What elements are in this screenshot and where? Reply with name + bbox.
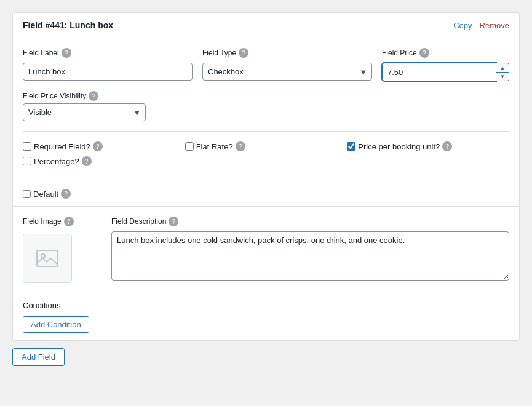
- field-label-label: Field Label ?: [23, 48, 193, 58]
- image-placeholder[interactable]: [23, 234, 72, 283]
- card-body: Field Label ? Field Type ? Checkbox Text: [13, 38, 519, 181]
- field-image-help-icon[interactable]: ?: [64, 217, 74, 226]
- add-condition-button[interactable]: Add Condition: [23, 316, 89, 333]
- field-description-help-icon[interactable]: ?: [169, 217, 178, 226]
- top-fields-row: Field Label ? Field Type ? Checkbox Text: [23, 48, 509, 81]
- percentage-checkbox[interactable]: [23, 157, 31, 165]
- field-card: Field #441: Lunch box Copy Remove Field …: [12, 12, 520, 341]
- field-price-group: Field Price ? ▲ ▼: [382, 48, 509, 81]
- field-description-textarea[interactable]: Lunch box includes one cold sandwich, pa…: [111, 231, 509, 281]
- image-icon: [35, 246, 60, 271]
- field-type-select[interactable]: Checkbox Text Textarea Select Radio Numb…: [202, 63, 372, 81]
- required-checkbox-group: Required Field? ?: [23, 141, 185, 151]
- default-row: Default ?: [13, 181, 519, 206]
- flat-rate-help-icon[interactable]: ?: [236, 141, 245, 151]
- svg-rect-0: [37, 250, 58, 266]
- field-image-group: Field Image ?: [23, 217, 97, 283]
- visibility-select-wrapper: Visible Hidden ▼: [23, 103, 146, 121]
- field-price-input[interactable]: [382, 63, 496, 81]
- header-actions: Copy Remove: [453, 21, 509, 30]
- page-wrapper: Field #441: Lunch box Copy Remove Field …: [12, 12, 520, 366]
- percentage-help-icon[interactable]: ?: [82, 156, 92, 166]
- field-label-help-icon[interactable]: ?: [62, 48, 71, 58]
- image-desc-section: Field Image ? Field Description: [13, 206, 519, 293]
- checkbox-row-1: Required Field? ? Flat Rate? ? Price per…: [23, 141, 509, 151]
- copy-link[interactable]: Copy: [453, 21, 472, 30]
- visibility-help-icon[interactable]: ?: [89, 91, 98, 101]
- field-label-group: Field Label ?: [23, 48, 193, 81]
- visibility-select[interactable]: Visible Hidden: [23, 103, 146, 121]
- default-help-icon[interactable]: ?: [61, 189, 71, 199]
- field-type-label: Field Type ?: [202, 48, 372, 58]
- visibility-row: Field Price Visibility ? Visible Hidden …: [23, 91, 509, 121]
- default-checkbox[interactable]: [23, 190, 31, 198]
- divider-1: [23, 131, 509, 132]
- field-description-label: Field Description ?: [111, 217, 509, 226]
- card-title: Field #441: Lunch box: [23, 20, 113, 30]
- field-label-input[interactable]: [23, 63, 193, 81]
- field-type-help-icon[interactable]: ?: [239, 48, 248, 58]
- field-price-label: Field Price ?: [382, 48, 509, 58]
- conditions-section: Conditions Add Condition: [13, 293, 519, 340]
- required-help-icon[interactable]: ?: [93, 141, 103, 151]
- remove-link[interactable]: Remove: [480, 21, 509, 30]
- conditions-label: Conditions: [23, 301, 509, 310]
- field-price-input-wrapper: ▲ ▼: [382, 63, 509, 81]
- card-header: Field #441: Lunch box Copy Remove: [13, 13, 519, 38]
- field-description-group: Field Description ? Lunch box includes o…: [111, 217, 509, 281]
- price-per-booking-help-icon[interactable]: ?: [442, 141, 452, 151]
- price-per-booking-checkbox[interactable]: [347, 142, 355, 151]
- field-image-label: Field Image ?: [23, 217, 97, 226]
- flat-rate-checkbox-group: Flat Rate? ?: [185, 141, 347, 151]
- percentage-label: Percentage?: [34, 157, 79, 166]
- svg-point-1: [41, 254, 45, 258]
- percentage-checkbox-group: Percentage? ?: [23, 156, 509, 166]
- visibility-label: Field Price Visibility ?: [23, 91, 509, 101]
- flat-rate-checkbox[interactable]: [185, 142, 194, 151]
- default-label: Default: [33, 189, 58, 199]
- price-per-booking-label: Price per booking unit?: [358, 142, 440, 151]
- price-per-booking-checkbox-group: Price per booking unit? ?: [347, 141, 509, 151]
- field-type-group: Field Type ? Checkbox Text Textarea Sele…: [202, 48, 372, 81]
- required-label: Required Field?: [34, 142, 90, 151]
- price-spinner-down[interactable]: ▼: [496, 72, 509, 81]
- price-spinner: ▲ ▼: [496, 63, 509, 81]
- flat-rate-label: Flat Rate?: [196, 142, 233, 151]
- required-checkbox[interactable]: [23, 142, 31, 151]
- image-desc-row: Field Image ? Field Description: [23, 217, 509, 283]
- price-spinner-up[interactable]: ▲: [496, 63, 509, 72]
- field-price-help-icon[interactable]: ?: [419, 48, 429, 58]
- checkbox-row-2: Percentage? ?: [23, 156, 509, 166]
- field-type-select-wrapper: Checkbox Text Textarea Select Radio Numb…: [202, 63, 372, 81]
- add-field-button[interactable]: Add Field: [12, 348, 65, 366]
